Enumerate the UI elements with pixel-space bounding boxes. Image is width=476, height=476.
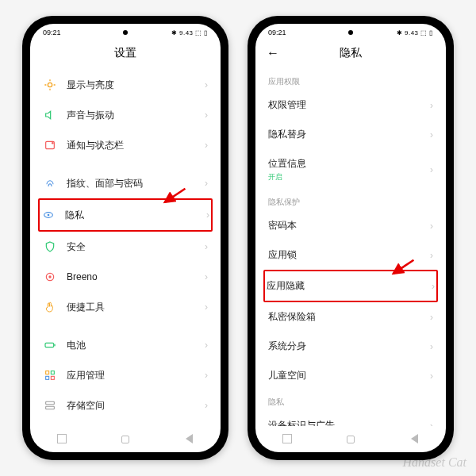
settings-row-eye[interactable]: 隐私› <box>38 198 213 232</box>
row-label: 通知与状态栏 <box>67 139 205 152</box>
row-label: 便捷工具 <box>67 301 205 314</box>
section-header: 应用权限 <box>265 70 436 90</box>
row-label: 隐私替身 <box>268 128 430 141</box>
svg-rect-15 <box>46 376 49 379</box>
row-label: 应用锁 <box>268 248 430 262</box>
status-indicators: ✱ 9.43 ⬚ ▯ <box>171 29 208 36</box>
row-label: 应用隐藏 <box>267 279 432 293</box>
nav-recent-icon[interactable] <box>55 434 69 446</box>
back-button[interactable]: ← <box>267 46 279 60</box>
settings-row-sun[interactable]: 显示与亮度› <box>40 70 211 100</box>
privacy-row[interactable]: 儿童空间› <box>265 361 436 390</box>
breeno-icon <box>43 270 57 284</box>
chevron-right-icon: › <box>430 164 433 175</box>
chevron-right-icon: › <box>430 221 433 232</box>
svg-rect-14 <box>51 371 54 374</box>
status-time: 09:21 <box>43 29 61 36</box>
privacy-row[interactable]: 设备标识与广告› <box>265 411 436 426</box>
row-label: 安全 <box>67 240 205 254</box>
svg-point-6 <box>52 142 54 144</box>
watermark: Handset Cat <box>403 455 466 470</box>
settings-row-battery[interactable]: 电池› <box>40 330 211 360</box>
battery-icon <box>43 338 57 352</box>
phone-mockup-left: 09:21 ✱ 9.43 ⬚ ▯ 设置 显示与亮度›声音与振动›通知与状态栏›指… <box>22 16 228 460</box>
row-label: 指纹、面部与密码 <box>67 177 205 190</box>
chevron-right-icon: › <box>430 420 433 427</box>
chevron-right-icon: › <box>430 312 433 323</box>
page-title: 设置 <box>114 46 136 60</box>
hand-icon <box>43 300 57 314</box>
settings-row-breeno[interactable]: Breeno› <box>40 262 211 292</box>
svg-point-10 <box>48 275 51 278</box>
row-label: Breeno <box>67 271 205 282</box>
chevron-right-icon: › <box>205 109 208 121</box>
chevron-right-icon: › <box>430 341 433 352</box>
privacy-row[interactable]: 位置信息开启› <box>265 149 436 190</box>
chevron-right-icon: › <box>205 241 208 252</box>
svg-rect-16 <box>51 376 54 379</box>
svg-point-8 <box>48 214 50 217</box>
privacy-row[interactable]: 系统分身› <box>265 332 436 361</box>
privacy-row[interactable]: 应用隐藏› <box>263 270 438 302</box>
section-header: 隐私保护 <box>265 190 436 211</box>
chevron-right-icon: › <box>430 370 433 382</box>
privacy-row[interactable]: 应用锁› <box>265 240 436 270</box>
row-label: 电池 <box>67 339 205 352</box>
settings-row-finger[interactable]: 指纹、面部与密码› <box>40 168 211 198</box>
nav-home-icon[interactable] <box>118 435 132 446</box>
privacy-row[interactable]: 权限管理› <box>265 90 436 120</box>
chevron-right-icon: › <box>205 340 208 351</box>
chevron-right-icon: › <box>205 370 208 381</box>
chevron-right-icon: › <box>430 250 433 261</box>
section-header: 隐私 <box>265 390 436 411</box>
privacy-row[interactable]: 密码本› <box>265 211 436 240</box>
chevron-right-icon: › <box>432 281 435 292</box>
row-label: 设备标识与广告 <box>268 419 430 426</box>
page-title: 隐私 <box>340 46 362 60</box>
settings-row-bell[interactable]: 通知与状态栏› <box>40 130 211 160</box>
chevron-right-icon: › <box>206 209 209 221</box>
apps-icon <box>43 368 57 382</box>
row-label: 密码本 <box>268 219 430 232</box>
chevron-right-icon: › <box>205 140 208 151</box>
settings-list[interactable]: 显示与亮度›声音与振动›通知与状态栏›指纹、面部与密码›隐私›安全›Breeno… <box>30 70 221 426</box>
settings-row-other[interactable]: 其他设置› <box>40 420 211 426</box>
chevron-right-icon: › <box>205 79 208 90</box>
camera-notch <box>348 30 353 35</box>
row-label: 位置信息 <box>268 157 430 171</box>
sound-icon <box>43 108 57 122</box>
status-time: 09:21 <box>268 29 286 36</box>
nav-recent-icon[interactable] <box>280 434 294 446</box>
chevron-right-icon: › <box>430 100 433 111</box>
settings-row-hand[interactable]: 便捷工具› <box>40 292 211 322</box>
nav-back-icon[interactable] <box>407 434 421 446</box>
settings-row-sound[interactable]: 声音与振动› <box>40 100 211 130</box>
chevron-right-icon: › <box>430 129 433 140</box>
privacy-list[interactable]: 应用权限权限管理›隐私替身›位置信息开启›隐私保护密码本›应用锁›应用隐藏›私密… <box>255 70 446 426</box>
svg-rect-17 <box>46 401 55 404</box>
settings-row-storage[interactable]: 存储空间› <box>40 390 211 420</box>
privacy-row[interactable]: 隐私替身› <box>265 120 436 149</box>
finger-icon <box>43 176 57 190</box>
row-label: 系统分身 <box>268 340 430 353</box>
camera-notch <box>123 30 128 35</box>
screen: 09:21 ✱ 9.43 ⬚ ▯ 设置 显示与亮度›声音与振动›通知与状态栏›指… <box>30 24 221 452</box>
nav-back-icon[interactable] <box>182 434 196 446</box>
settings-row-apps[interactable]: 应用管理› <box>40 360 211 390</box>
svg-rect-13 <box>46 371 49 374</box>
chevron-right-icon: › <box>205 178 208 189</box>
screen: 09:21 ✱ 9.43 ⬚ ▯ ← 隐私 应用权限权限管理›隐私替身›位置信息… <box>255 24 446 452</box>
phone-mockup-right: 09:21 ✱ 9.43 ⬚ ▯ ← 隐私 应用权限权限管理›隐私替身›位置信息… <box>248 16 454 460</box>
eye-icon <box>41 208 56 222</box>
nav-home-icon[interactable] <box>344 435 358 446</box>
row-label: 应用管理 <box>67 369 205 382</box>
chevron-right-icon: › <box>205 301 208 313</box>
row-label: 私密保险箱 <box>268 310 430 324</box>
sun-icon <box>43 78 57 92</box>
row-sublabel: 开启 <box>268 172 430 182</box>
privacy-row[interactable]: 私密保险箱› <box>265 302 436 332</box>
nav-bar <box>255 426 446 452</box>
bell-icon <box>43 138 57 152</box>
settings-row-shield[interactable]: 安全› <box>40 232 211 262</box>
title-bar: 设置 <box>30 38 221 70</box>
